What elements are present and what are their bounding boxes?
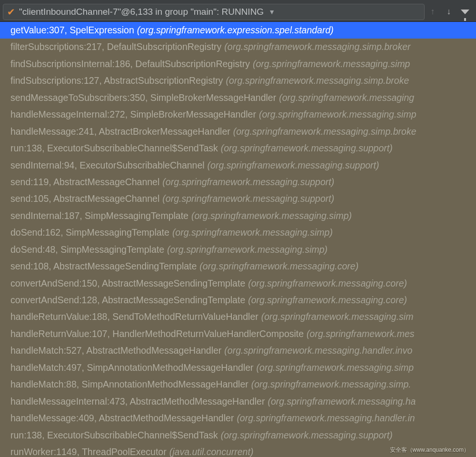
frame-package: (org.springframework.messaging.simp.brok… [224,42,410,52]
stack-frame[interactable]: handleMatch:88, SimpAnnotationMethodMess… [0,376,476,393]
stack-frame[interactable]: getValue:307, SpelExpression(org.springf… [0,22,476,39]
frame-method: handleMatch:497, SimpAnnotationMethodMes… [10,363,254,373]
frame-method: convertAndSend:150, AbstractMessageSendi… [10,278,245,288]
frame-package: (org.springframework.messaging.support) [221,430,393,440]
frame-package: (org.springframework.messaging.simp.brok… [226,76,409,86]
stack-frame[interactable]: run:138, ExecutorSubscribableChannel$Sen… [0,140,476,157]
previous-frame-button[interactable]: ↑ [425,4,441,20]
frame-method: handleReturnValue:188, SendToMethodRetur… [10,312,258,322]
frame-package: (org.springframework.messaging.simp [259,109,416,119]
stack-frame[interactable]: handleMessageInternal:272, SimpleBrokerM… [0,106,476,123]
stack-frame[interactable]: handleMessage:241, AbstractBrokerMessage… [0,123,476,140]
stack-frame[interactable]: sendInternal:94, ExecutorSubscribableCha… [0,157,476,174]
frame-method: runWorker:1149, ThreadPoolExecutor [10,447,167,457]
stack-frame[interactable]: filterSubscriptions:217, DefaultSubscrip… [0,39,476,55]
frame-method: run:138, ExecutorSubscribableChannel$Sen… [10,430,218,440]
stack-frame[interactable]: handleReturnValue:188, SendToMethodRetur… [0,308,476,325]
frame-package: (java.util.concurrent) [169,447,254,457]
stack-frame[interactable]: send:105, AbstractMessageChannel(org.spr… [0,190,476,207]
stack-frames-list[interactable]: getValue:307, SpelExpression(org.springf… [0,22,476,457]
frame-package: (org.springframework.messaging.simp.brok… [233,127,416,137]
frame-package: (org.springframework.messaging.ha [268,397,416,407]
frame-package: (org.springframework.expression.spel.sta… [137,25,334,35]
frame-package: (org.springframework.messaging.handler.i… [224,346,412,356]
frame-package: (org.springframework.messaging.core) [248,295,407,305]
frame-method: handleMessageInternal:272, SimpleBrokerM… [10,109,256,119]
stack-frame[interactable]: findSubscriptions:127, AbstractSubscript… [0,72,476,89]
frame-method: sendInternal:187, SimpMessagingTemplate [10,211,188,221]
frame-method: getValue:307, SpelExpression [10,25,134,35]
frame-method: sendInternal:94, ExecutorSubscribableCha… [10,160,205,170]
frame-package: (org.springframework.messaging.handler.i… [237,413,415,423]
stack-frame[interactable]: handleMatch:527, AbstractMethodMessageHa… [0,342,476,359]
stack-frame[interactable]: runWorker:1149, ThreadPoolExecutor(java.… [0,444,476,457]
frame-method: handleMessage:241, AbstractBrokerMessage… [10,127,230,137]
frame-package: (org.springframework.messaging.simp. [251,379,411,389]
frame-method: findSubscriptions:127, AbstractSubscript… [10,76,223,86]
frame-method: doSend:48, SimpMessagingTemplate [10,245,164,255]
frame-package: (org.springframework.messaging.support) [162,194,334,204]
frame-package: (org.springframework.messaging.sim [261,312,414,322]
frame-method: doSend:162, SimpMessagingTemplate [10,228,169,238]
stack-frame[interactable]: send:108, AbstractMessageSendingTemplate… [0,258,476,275]
stack-frame[interactable]: findSubscriptionsInternal:186, DefaultSu… [0,56,476,72]
filter-frames-button[interactable] [457,4,473,20]
frame-package: (org.springframework.messaging.support) [221,143,393,153]
frame-package: (org.springframework.mes [307,329,414,339]
stack-frame[interactable]: handleMessage:409, AbstractMethodMessage… [0,410,476,427]
frame-package: (org.springframework.messaging.simp [253,59,410,69]
frame-package: (org.springframework.messaging.support) [162,177,334,187]
frame-method: handleReturnValue:107, HandlerMethodRetu… [10,329,304,339]
stack-frame[interactable]: send:119, AbstractMessageChannel(org.spr… [0,174,476,190]
chevron-down-icon: ▼ [268,8,275,16]
frame-package: (org.springframework.messaging.core) [248,278,407,288]
stack-frame[interactable]: handleReturnValue:107, HandlerMethodRetu… [0,326,476,342]
debugger-toolbar: ✔ "clientInboundChannel-7"@6,133 in grou… [0,0,476,22]
arrow-up-icon: ↑ [431,7,435,17]
stack-frame[interactable]: sendMessageToSubscribers:350, SimpleBrok… [0,89,476,106]
frame-method: handleMessageInternal:473, AbstractMetho… [10,397,265,407]
next-frame-button[interactable]: ↓ [441,4,457,20]
frame-method: send:105, AbstractMessageChannel [10,194,159,204]
stack-frame[interactable]: run:138, ExecutorSubscribableChannel$Sen… [0,427,476,444]
stack-frame[interactable]: doSend:162, SimpMessagingTemplate(org.sp… [0,224,476,241]
stack-frame[interactable]: doSend:48, SimpMessagingTemplate(org.spr… [0,241,476,258]
funnel-icon [461,10,469,14]
frame-package: (org.springframework.messaging.simp) [167,245,327,255]
breakpoint-check-icon: ✔ [7,7,15,17]
frame-method: convertAndSend:128, AbstractMessageSendi… [10,295,245,305]
frame-package: (org.springframework.messaging.support) [208,160,379,170]
frame-package: (org.springframework.messaging [279,93,414,103]
stack-frame[interactable]: handleMatch:497, SimpAnnotationMethodMes… [0,359,476,376]
thread-selector-label: "clientInboundChannel-7"@6,133 in group … [19,7,264,17]
frame-method: handleMatch:88, SimpAnnotationMethodMess… [10,379,248,389]
frame-package: (org.springframework.messaging.core) [199,261,358,271]
frame-method: handleMatch:527, AbstractMethodMessageHa… [10,346,221,356]
stack-frame[interactable]: convertAndSend:128, AbstractMessageSendi… [0,292,476,308]
frame-package: (org.springframework.messaging.simp) [191,211,352,221]
frame-method: run:138, ExecutorSubscribableChannel$Sen… [10,143,218,153]
arrow-down-icon: ↓ [447,7,451,17]
thread-selector-dropdown[interactable]: ✔ "clientInboundChannel-7"@6,133 in grou… [3,4,425,20]
frame-method: filterSubscriptions:217, DefaultSubscrip… [10,42,221,52]
stack-frame[interactable]: handleMessageInternal:473, AbstractMetho… [0,393,476,410]
frame-method: findSubscriptionsInternal:186, DefaultSu… [10,59,250,69]
frame-method: handleMessage:409, AbstractMethodMessage… [10,413,234,423]
frame-package: (org.springframework.messaging.simp) [172,228,333,238]
stack-frame[interactable]: convertAndSend:150, AbstractMessageSendi… [0,275,476,292]
frame-method: send:108, AbstractMessageSendingTemplate [10,261,197,271]
frame-method: send:119, AbstractMessageChannel [10,177,159,187]
stack-frame[interactable]: sendInternal:187, SimpMessagingTemplate(… [0,208,476,224]
frame-package: (org.springframework.messaging.simp [257,363,414,373]
frame-method: sendMessageToSubscribers:350, SimpleBrok… [10,93,276,103]
